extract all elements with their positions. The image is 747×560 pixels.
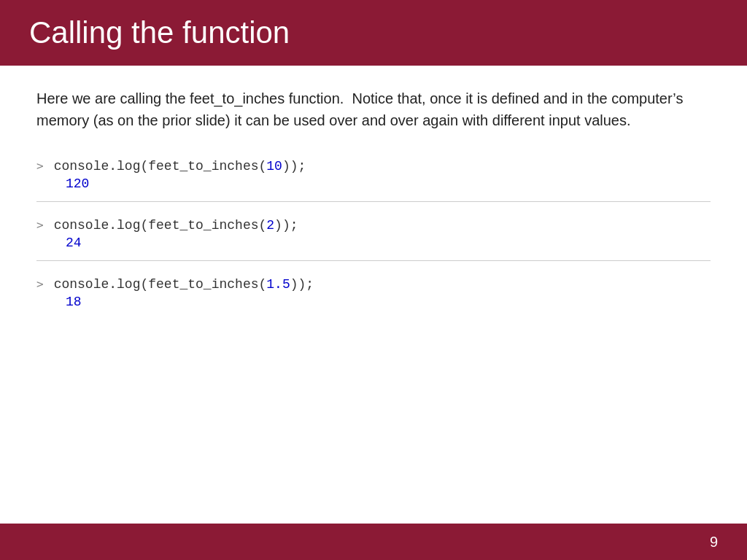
page-number: 9: [710, 534, 718, 551]
console-input-row-1: > console.log(feet_to_inches(10));: [36, 155, 711, 176]
console-input-row-3: > console.log(feet_to_inches(1.5));: [36, 273, 711, 295]
slide-title: Calling the function: [29, 15, 290, 50]
chevron-icon-1: >: [36, 159, 44, 173]
console-block-1: > console.log(feet_to_inches(10)); 120: [36, 149, 711, 202]
console-code-1: console.log(feet_to_inches(10));: [54, 159, 306, 174]
console-input-row-2: > console.log(feet_to_inches(2));: [36, 214, 711, 236]
arg-2: 2: [266, 218, 274, 233]
console-code-2: console.log(feet_to_inches(2));: [54, 218, 298, 233]
console-output-1: 120: [36, 176, 711, 195]
console-block-2: > console.log(feet_to_inches(2)); 24: [36, 208, 711, 261]
arg-1: 10: [266, 159, 282, 174]
slide-footer: 9: [0, 524, 747, 560]
slide-header: Calling the function: [0, 0, 747, 66]
chevron-icon-2: >: [36, 218, 44, 232]
console-output-3: 18: [36, 295, 711, 314]
chevron-icon-3: >: [36, 277, 44, 291]
console-block-3: > console.log(feet_to_inches(1.5)); 18: [36, 267, 711, 319]
description-text: Here we are calling the feet_to_inches f…: [36, 88, 711, 131]
slide-content: Here we are calling the feet_to_inches f…: [0, 66, 747, 524]
console-code-3: console.log(feet_to_inches(1.5));: [54, 277, 314, 292]
console-output-2: 24: [36, 236, 711, 254]
arg-3: 1.5: [266, 277, 290, 292]
